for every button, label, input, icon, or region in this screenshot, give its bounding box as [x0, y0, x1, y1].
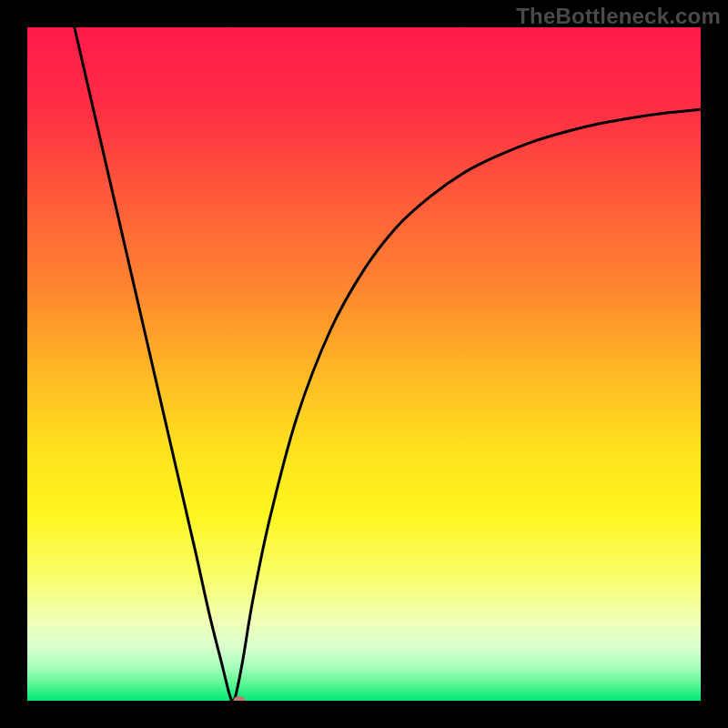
- plot-svg: [27, 27, 701, 701]
- gradient-background: [27, 27, 701, 701]
- plot-area: [27, 27, 701, 701]
- watermark-text: TheBottleneck.com: [516, 4, 721, 29]
- chart-frame: TheBottleneck.com: [0, 0, 728, 728]
